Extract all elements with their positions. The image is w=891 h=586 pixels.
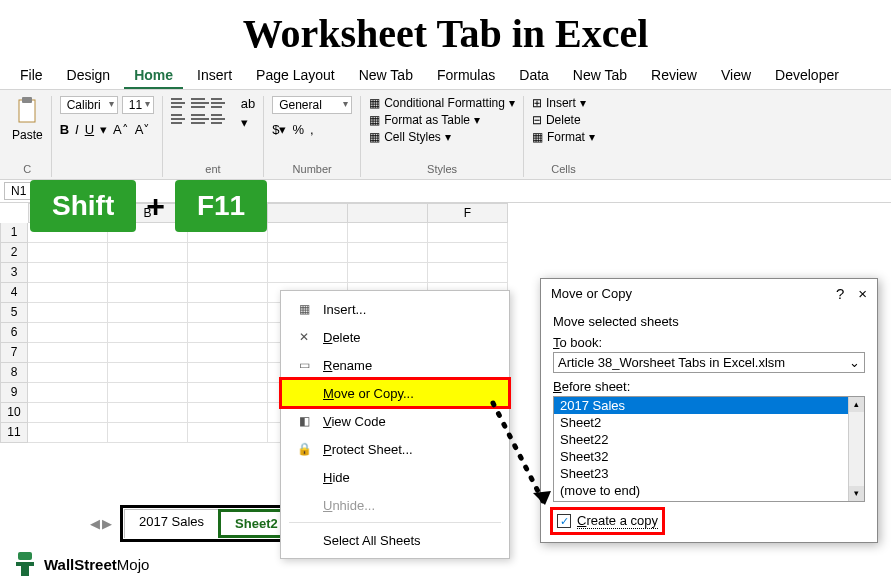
ctx-select-all[interactable]: Select All Sheets xyxy=(281,526,509,554)
row-head[interactable]: 9 xyxy=(0,383,28,403)
cell[interactable] xyxy=(188,263,268,283)
cell[interactable] xyxy=(28,283,108,303)
cell[interactable] xyxy=(268,243,348,263)
cell[interactable] xyxy=(268,223,348,243)
cell[interactable] xyxy=(428,243,508,263)
cell[interactable] xyxy=(188,383,268,403)
cell[interactable] xyxy=(188,423,268,443)
ctx-rename[interactable]: ▭Rename xyxy=(281,351,509,379)
col-f[interactable]: F xyxy=(428,203,508,223)
tab-home[interactable]: Home xyxy=(124,63,183,89)
tab-nav-next-icon[interactable]: ▶ xyxy=(102,516,112,531)
cell[interactable] xyxy=(28,263,108,283)
row-head[interactable]: 11 xyxy=(0,423,28,443)
row-head[interactable]: 4 xyxy=(0,283,28,303)
cell[interactable] xyxy=(108,283,188,303)
cell[interactable] xyxy=(28,423,108,443)
cell[interactable] xyxy=(348,223,428,243)
before-sheet-listbox[interactable]: 2017 Sales Sheet2 Sheet22 Sheet32 Sheet2… xyxy=(553,396,865,502)
list-item[interactable]: Sheet22 xyxy=(554,431,864,448)
cell[interactable] xyxy=(108,403,188,423)
sheet-tab[interactable]: 2017 Sales xyxy=(124,509,219,538)
row-head[interactable]: 8 xyxy=(0,363,28,383)
cell[interactable] xyxy=(108,243,188,263)
cell[interactable] xyxy=(108,343,188,363)
comma-button[interactable]: , xyxy=(310,122,314,137)
scrollbar[interactable]: ▴ ▾ xyxy=(848,397,864,501)
list-item[interactable]: 2017 Sales xyxy=(554,397,864,414)
create-copy-checkbox[interactable]: ✓ xyxy=(557,514,571,528)
ctx-hide[interactable]: Hide xyxy=(281,463,509,491)
format-as-table-button[interactable]: ▦Format as Table ▾ xyxy=(369,113,515,127)
wrap-text-button[interactable]: ab xyxy=(241,96,255,111)
to-book-select[interactable]: Article 38_Worsheet Tabs in Excel.xlsm ⌄ xyxy=(553,352,865,373)
ctx-delete[interactable]: ✕Delete xyxy=(281,323,509,351)
cell[interactable] xyxy=(28,343,108,363)
list-item[interactable]: Sheet23 xyxy=(554,465,864,482)
col-e[interactable] xyxy=(348,203,428,223)
italic-button[interactable]: I xyxy=(75,122,79,137)
tab-review[interactable]: Review xyxy=(641,63,707,89)
font-name-select[interactable]: Calibri xyxy=(60,96,118,114)
list-item[interactable]: Sheet32 xyxy=(554,448,864,465)
tab-pagelayout[interactable]: Page Layout xyxy=(246,63,345,89)
row-head[interactable]: 7 xyxy=(0,343,28,363)
tab-insert[interactable]: Insert xyxy=(187,63,242,89)
cell[interactable] xyxy=(108,363,188,383)
dialog-close-button[interactable]: × xyxy=(858,285,867,302)
delete-cells-button[interactable]: ⊟Delete xyxy=(532,113,595,127)
row-head[interactable]: 2 xyxy=(0,243,28,263)
cell[interactable] xyxy=(188,323,268,343)
tab-data[interactable]: Data xyxy=(509,63,559,89)
cell[interactable] xyxy=(108,423,188,443)
cell[interactable] xyxy=(28,383,108,403)
paste-button[interactable]: Paste xyxy=(12,96,43,142)
conditional-formatting-button[interactable]: ▦Conditional Formatting ▾ xyxy=(369,96,515,110)
cell[interactable] xyxy=(28,403,108,423)
merge-button[interactable]: ▾ xyxy=(241,115,255,130)
cell[interactable] xyxy=(428,263,508,283)
dialog-help-button[interactable]: ? xyxy=(836,285,844,302)
underline-button[interactable]: U xyxy=(85,122,94,137)
font-size-select[interactable]: 11 xyxy=(122,96,154,114)
tab-developer[interactable]: Developer xyxy=(765,63,849,89)
row-head[interactable]: 6 xyxy=(0,323,28,343)
cell[interactable] xyxy=(28,363,108,383)
row-head[interactable]: 10 xyxy=(0,403,28,423)
ctx-protect[interactable]: 🔒Protect Sheet... xyxy=(281,435,509,463)
bold-button[interactable]: B xyxy=(60,122,69,137)
scroll-up-icon[interactable]: ▴ xyxy=(849,397,864,412)
tab-file[interactable]: File xyxy=(10,63,53,89)
cell[interactable] xyxy=(428,223,508,243)
cell[interactable] xyxy=(28,243,108,263)
cell[interactable] xyxy=(188,303,268,323)
grow-font-button[interactable]: A˄ xyxy=(113,122,129,137)
cell[interactable] xyxy=(108,263,188,283)
cell[interactable] xyxy=(188,283,268,303)
cell[interactable] xyxy=(108,383,188,403)
ctx-insert[interactable]: ▦Insert... xyxy=(281,295,509,323)
tab-view[interactable]: View xyxy=(711,63,761,89)
alignment-grid[interactable] xyxy=(171,96,229,126)
tab-newtab1[interactable]: New Tab xyxy=(349,63,423,89)
tab-formulas[interactable]: Formulas xyxy=(427,63,505,89)
currency-button[interactable]: $▾ xyxy=(272,122,286,137)
cell[interactable] xyxy=(108,303,188,323)
cell[interactable] xyxy=(108,323,188,343)
cell[interactable] xyxy=(188,363,268,383)
percent-button[interactable]: % xyxy=(292,122,304,137)
ctx-move-or-copy[interactable]: Move or Copy... xyxy=(281,379,509,407)
list-item[interactable]: Sheet2 xyxy=(554,414,864,431)
row-head[interactable]: 1 xyxy=(0,223,28,243)
cell[interactable] xyxy=(28,303,108,323)
ctx-view-code[interactable]: ◧View Code xyxy=(281,407,509,435)
cell[interactable] xyxy=(188,343,268,363)
scroll-down-icon[interactable]: ▾ xyxy=(849,486,864,501)
format-cells-button[interactable]: ▦Format ▾ xyxy=(532,130,595,144)
cell[interactable] xyxy=(268,263,348,283)
shrink-font-button[interactable]: A˅ xyxy=(135,122,151,137)
cell[interactable] xyxy=(348,263,428,283)
tab-newtab2[interactable]: New Tab xyxy=(563,63,637,89)
cell[interactable] xyxy=(28,323,108,343)
cell[interactable] xyxy=(348,243,428,263)
